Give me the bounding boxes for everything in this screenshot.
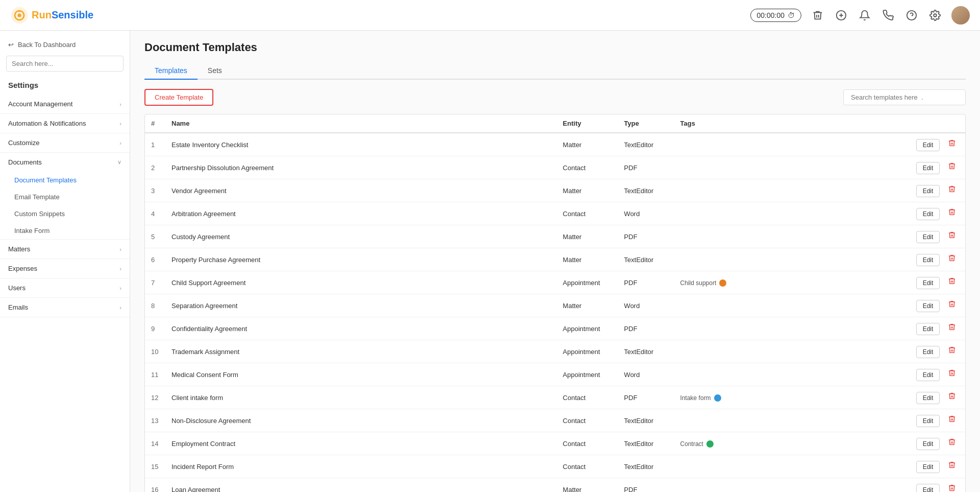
delete-button-11[interactable] <box>945 368 959 380</box>
delete-button-6[interactable] <box>945 253 959 265</box>
sidebar-item-automation[interactable]: Automation & Notifications › <box>0 114 130 133</box>
sidebar-search-input[interactable] <box>6 56 124 72</box>
delete-button-2[interactable] <box>945 161 959 173</box>
delete-button-8[interactable] <box>945 299 959 311</box>
delete-button-5[interactable] <box>945 230 959 242</box>
delete-button-3[interactable] <box>945 184 959 196</box>
delete-button-10[interactable] <box>945 345 959 357</box>
avatar[interactable] <box>951 6 970 25</box>
delete-button-9[interactable] <box>945 322 959 334</box>
edit-button-7[interactable]: Edit <box>916 277 940 289</box>
delete-button-7[interactable] <box>945 276 959 288</box>
settings-label: Settings <box>0 78 130 95</box>
sidebar-item-users[interactable]: Users › <box>0 278 130 297</box>
col-header-type: Type <box>618 114 674 133</box>
tab-templates[interactable]: Templates <box>144 62 198 80</box>
sidebar-sub-document-templates[interactable]: Document Templates <box>0 172 130 189</box>
delete-button-13[interactable] <box>945 414 959 426</box>
delete-button-4[interactable] <box>945 207 959 219</box>
col-header-name: Name <box>165 114 557 133</box>
table-row: 15 Incident Report Form Contact TextEdit… <box>145 455 965 478</box>
templates-table: # Name Entity Type Tags 1 Estate Invento… <box>145 114 965 492</box>
tab-sets[interactable]: Sets <box>198 62 232 80</box>
edit-button-10[interactable]: Edit <box>916 346 940 358</box>
sidebar-item-documents[interactable]: Documents ∨ <box>0 153 130 172</box>
edit-button-1[interactable]: Edit <box>916 139 940 151</box>
cell-entity: Appointment <box>557 271 618 294</box>
trash-icon[interactable] <box>811 8 825 22</box>
sidebar-sub-custom-snippets[interactable]: Custom Snippets <box>0 205 130 222</box>
cell-num: 12 <box>145 386 165 409</box>
sidebar-sub-email-template[interactable]: Email Template <box>0 189 130 205</box>
logo[interactable]: RunSensible <box>10 6 93 25</box>
table-header: # Name Entity Type Tags <box>145 114 965 133</box>
cell-tags <box>674 248 776 271</box>
cell-entity: Appointment <box>557 340 618 363</box>
customize-label: Customize <box>8 139 39 147</box>
settings-icon[interactable] <box>928 8 942 22</box>
add-note-icon[interactable] <box>834 8 848 22</box>
back-to-dashboard[interactable]: ↩ Back To Dashboard <box>0 36 130 56</box>
cell-name: Property Purchase Agreement <box>165 248 557 271</box>
delete-button-14[interactable] <box>945 437 959 449</box>
edit-button-14[interactable]: Edit <box>916 438 940 450</box>
cell-actions: Edit <box>776 386 965 409</box>
table-row: 14 Employment Contract Contact TextEdito… <box>145 432 965 455</box>
edit-button-5[interactable]: Edit <box>916 231 940 243</box>
search-templates-input[interactable] <box>843 89 966 105</box>
cell-type: PDF <box>618 317 674 340</box>
delete-button-1[interactable] <box>945 138 959 150</box>
create-template-button[interactable]: Create Template <box>144 89 213 106</box>
sidebar-sub-intake-form[interactable]: Intake Form <box>0 222 130 239</box>
cell-type: Word <box>618 202 674 225</box>
help-icon[interactable] <box>904 8 919 22</box>
cell-entity: Contact <box>557 409 618 432</box>
col-header-actions <box>776 114 965 133</box>
cell-num: 3 <box>145 179 165 202</box>
cell-tags <box>674 409 776 432</box>
timer-display[interactable]: 00:00:00 ⏱ <box>750 9 802 22</box>
cell-num: 16 <box>145 478 165 493</box>
table-row: 6 Property Purchase Agreement Matter Tex… <box>145 248 965 271</box>
edit-button-8[interactable]: Edit <box>916 300 940 312</box>
delete-button-12[interactable] <box>945 391 959 403</box>
cell-actions: Edit <box>776 478 965 493</box>
edit-button-9[interactable]: Edit <box>916 323 940 335</box>
toolbar: Create Template <box>144 89 966 106</box>
notification-icon[interactable] <box>857 8 872 22</box>
cell-name: Loan Agreement <box>165 478 557 493</box>
cell-name: Client intake form <box>165 386 557 409</box>
sidebar-item-matters[interactable]: Matters › <box>0 240 130 259</box>
table-body: 1 Estate Inventory Checklist Matter Text… <box>145 133 965 492</box>
cell-tags: Contract <box>674 432 776 455</box>
cell-actions: Edit <box>776 432 965 455</box>
edit-button-3[interactable]: Edit <box>916 185 940 197</box>
cell-type: TextEditor <box>618 340 674 363</box>
cell-tags <box>674 340 776 363</box>
sidebar-section-automation: Automation & Notifications › <box>0 114 130 133</box>
edit-button-2[interactable]: Edit <box>916 162 940 174</box>
sidebar-item-account-management[interactable]: Account Management › <box>0 95 130 113</box>
cell-num: 4 <box>145 202 165 225</box>
edit-button-4[interactable]: Edit <box>916 208 940 220</box>
delete-button-15[interactable] <box>945 460 959 472</box>
edit-button-15[interactable]: Edit <box>916 461 940 473</box>
edit-button-6[interactable]: Edit <box>916 254 940 266</box>
cell-entity: Matter <box>557 294 618 317</box>
edit-button-16[interactable]: Edit <box>916 484 940 492</box>
cell-type: PDF <box>618 156 674 179</box>
table-row: 1 Estate Inventory Checklist Matter Text… <box>145 133 965 156</box>
edit-button-13[interactable]: Edit <box>916 415 940 427</box>
phone-icon[interactable] <box>881 8 895 22</box>
sidebar-item-expenses[interactable]: Expenses › <box>0 259 130 278</box>
sidebar-item-customize[interactable]: Customize › <box>0 133 130 152</box>
delete-button-16[interactable] <box>945 483 959 492</box>
col-header-tags: Tags <box>674 114 776 133</box>
edit-button-11[interactable]: Edit <box>916 369 940 381</box>
sidebar-item-emails[interactable]: Emails › <box>0 298 130 317</box>
cell-type: TextEditor <box>618 248 674 271</box>
edit-button-12[interactable]: Edit <box>916 392 940 404</box>
cell-name: Non-Disclosure Agreement <box>165 409 557 432</box>
tag-badge: Child support <box>680 279 727 287</box>
cell-num: 6 <box>145 248 165 271</box>
